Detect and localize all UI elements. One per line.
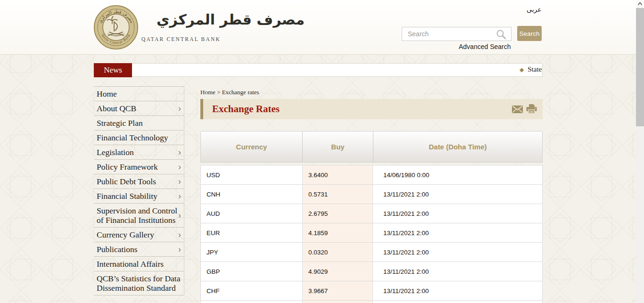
sidebar-item-label: Supervision and Control of Financial Ins…	[97, 206, 178, 225]
sidebar-item-financial-stability[interactable]: Financial Stability ›	[94, 189, 184, 204]
header: مصرف قطر المركزي Qatar Central Bank مصرف…	[0, 0, 644, 55]
currency-cell: CHF	[201, 281, 302, 300]
buy-cell: 2.6795	[302, 204, 373, 223]
page-title: Exchange Rates	[203, 103, 280, 115]
sidebar-item-label: Financial Technology	[97, 133, 183, 142]
currency-cell: JPY	[201, 243, 302, 262]
date-cell: 13/11/2021 2:00	[373, 185, 542, 204]
table-row: CHF 3.9667 13/11/2021 2:00	[201, 281, 542, 301]
diamond-bullet-icon: ◆	[520, 66, 524, 73]
buy-cell: 4.1859	[302, 223, 373, 242]
sidebar-item-label: Financial Stability	[97, 191, 178, 201]
date-cell: 13/11/2021 2:00	[373, 262, 542, 281]
sidebar-item-publications[interactable]: Publications ›	[94, 242, 184, 257]
sidebar-item-label: Public Debt Tools	[97, 177, 178, 186]
page-title-bar: Exchange Rates	[200, 99, 543, 119]
breadcrumb: Home > Exchange rates	[200, 89, 259, 96]
date-cell: 13/11/2021 2:00	[373, 243, 542, 262]
chevron-right-icon: ›	[178, 177, 183, 186]
breadcrumb-home-link[interactable]: Home	[200, 89, 215, 96]
search-button[interactable]: Search	[517, 26, 542, 41]
currency-cell: CNH	[201, 185, 302, 204]
chevron-right-icon: ›	[178, 211, 183, 220]
chevron-right-icon: ›	[178, 230, 183, 239]
sidebar-item-label: Publications	[97, 245, 178, 254]
page-root: مصرف قطر المركزي Qatar Central Bank مصرف…	[0, 0, 644, 303]
date-cell: 13/11/2021 2:00	[373, 223, 542, 242]
buy-cell: 3.9667	[302, 281, 373, 300]
buy-cell	[302, 301, 373, 303]
news-tab[interactable]: News	[94, 63, 132, 77]
sidebar-item-policy-framework[interactable]: Policy Framework ›	[94, 160, 184, 174]
table-row: EUR 4.1859 13/11/2021 2:00	[201, 223, 542, 243]
date-cell: 14/06/1980 0:00	[373, 165, 542, 184]
sidebar-item-currency-gallery[interactable]: Currency Gallery ›	[94, 228, 184, 242]
table-row: GBP 4.9029 13/11/2021 2:00	[201, 262, 542, 281]
table-row-partial	[201, 301, 542, 303]
table-row: CNH 0.5731 13/11/2021 2:00	[201, 185, 542, 204]
chevron-up-icon	[637, 2, 643, 6]
search-input[interactable]	[402, 27, 512, 41]
sidebar-item-label: Strategic Plan	[97, 118, 183, 128]
column-header-currency: Currency	[201, 131, 302, 162]
sidebar-item-home[interactable]: Home	[94, 87, 184, 101]
column-header-date: Date (Doha Time)	[373, 131, 542, 162]
chevron-right-icon: ›	[178, 148, 183, 156]
sidebar-item-about-qcb[interactable]: About QCB ›	[94, 101, 184, 116]
print-icon[interactable]	[526, 104, 537, 114]
scrollbar-thumb[interactable]	[636, 8, 644, 126]
currency-cell: GBP	[201, 262, 302, 281]
sidebar-item-label: About QCB	[97, 104, 178, 113]
date-cell: 13/11/2021 2:00	[373, 204, 542, 223]
currency-cell: AUD	[201, 204, 302, 223]
advanced-search-link[interactable]: Advanced Search	[459, 43, 512, 50]
sidebar-item-legislation[interactable]: Legislation ›	[94, 145, 184, 160]
chevron-right-icon: ›	[178, 163, 183, 171]
buy-cell: 0.0320	[302, 243, 373, 262]
currency-cell: USD	[201, 165, 302, 184]
currency-cell	[201, 301, 302, 303]
sidebar-item-financial-technology[interactable]: Financial Technology	[94, 131, 184, 145]
chevron-right-icon: ›	[178, 245, 183, 254]
sidebar-item-label: International Affairs	[97, 259, 183, 269]
sidebar-item-label: Policy Framework	[97, 162, 178, 172]
sidebar-item-label: Legislation	[97, 147, 178, 157]
buy-cell: 3.6400	[302, 165, 373, 184]
sidebar-item-qcb-statistics[interactable]: QCB’s Statistics for Data Dissemination …	[94, 271, 184, 295]
table-header-row: Currency Buy Date (Doha Time)	[200, 131, 543, 163]
breadcrumb-current: Exchange rates	[222, 89, 259, 96]
exchange-rates-table: Currency Buy Date (Doha Time) USD 3.6400…	[200, 131, 543, 303]
chevron-right-icon: ›	[178, 192, 183, 200]
arabic-language-link[interactable]: عربى	[527, 6, 542, 13]
news-ticker-text: Statement	[528, 66, 543, 73]
scroll-up-button[interactable]	[636, 0, 644, 8]
column-header-buy: Buy	[302, 131, 373, 162]
news-ticker: ◆Statement	[132, 63, 543, 77]
sidebar-item-supervision[interactable]: Supervision and Control of Financial Ins…	[94, 204, 184, 228]
table-row: JPY 0.0320 13/11/2021 2:00	[201, 243, 542, 262]
qcb-seal-logo[interactable]: مصرف قطر المركزي Qatar Central Bank	[93, 5, 139, 50]
sidebar-item-label: Currency Gallery	[97, 230, 178, 239]
sidebar-item-public-debt-tools[interactable]: Public Debt Tools ›	[94, 174, 184, 189]
table-row: AUD 2.6795 13/11/2021 2:00	[201, 204, 542, 223]
sidebar-nav: Home About QCB › Strategic Plan Financia…	[94, 86, 184, 295]
scrollbar[interactable]	[636, 0, 644, 303]
logo-calligraphy: مصرف قطر المركزي	[157, 11, 305, 28]
table-row: USD 3.6400 14/06/1980 0:00	[201, 165, 542, 185]
currency-cell: EUR	[201, 223, 302, 242]
email-icon[interactable]	[512, 106, 523, 113]
sidebar-item-strategic-plan[interactable]: Strategic Plan	[94, 116, 184, 131]
date-cell: 13/11/2021 2:00	[373, 281, 542, 300]
breadcrumb-separator: >	[217, 89, 220, 96]
table-body: USD 3.6400 14/06/1980 0:00 CNH 0.5731 13…	[200, 165, 543, 303]
sidebar-item-international-affairs[interactable]: International Affairs	[94, 257, 184, 271]
buy-cell: 4.9029	[302, 262, 373, 281]
bank-name-text: QATAR CENTRAL BANK	[141, 36, 221, 42]
sidebar-item-label: QCB’s Statistics for Data Dissemination …	[97, 274, 183, 293]
sidebar-item-label: Home	[97, 89, 183, 98]
chevron-right-icon: ›	[178, 104, 183, 113]
date-cell	[373, 301, 542, 303]
news-ticker-item[interactable]: ◆Statement	[520, 66, 543, 74]
buy-cell: 0.5731	[302, 185, 373, 204]
